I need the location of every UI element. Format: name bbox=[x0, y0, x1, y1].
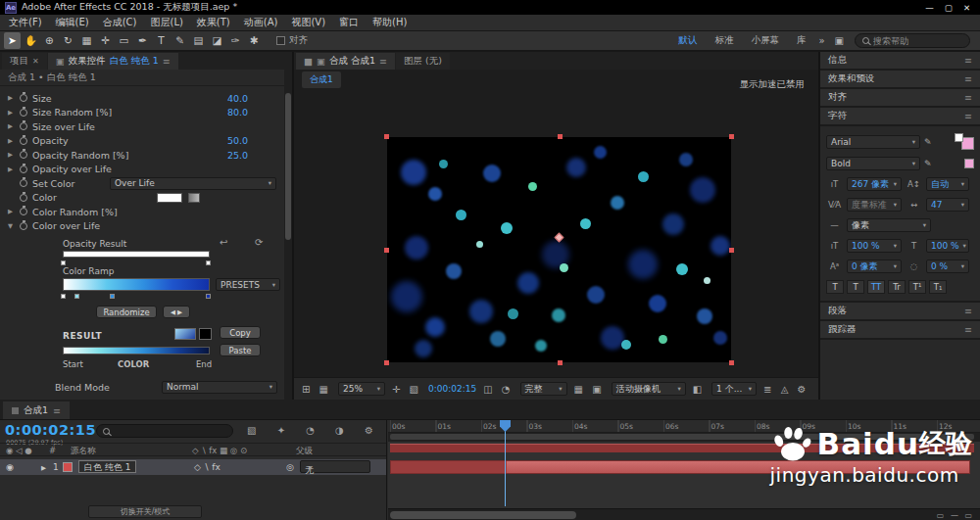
panel-menu-icon[interactable]: ≡ bbox=[964, 73, 972, 84]
stopwatch-icon[interactable] bbox=[20, 165, 27, 173]
scrollbar-thumb[interactable] bbox=[390, 511, 576, 519]
opacity-stop[interactable] bbox=[206, 260, 211, 265]
tab-project[interactable]: 项目 ✕ bbox=[2, 53, 47, 70]
randomize-button[interactable]: Randomize bbox=[96, 306, 157, 318]
camera-tool[interactable]: ▦ bbox=[78, 32, 95, 49]
transform-handle[interactable] bbox=[729, 360, 734, 365]
transform-handle[interactable] bbox=[384, 248, 389, 253]
panel-menu-icon[interactable]: ≡ bbox=[964, 92, 972, 103]
shape-tool[interactable]: ▭ bbox=[116, 32, 132, 49]
column-parent[interactable]: 父级 bbox=[296, 446, 313, 457]
timeline-option-icons[interactable]: ▧ ✦ ◔ ◑ ⚙ bbox=[247, 425, 382, 436]
property-value[interactable]: 25.0 bbox=[227, 150, 248, 161]
workspace-tab[interactable]: 小屏幕 bbox=[743, 32, 787, 49]
viewer-toolbar-icons-a[interactable]: ⊞ ▦ bbox=[302, 384, 331, 395]
rotation-tool[interactable]: ↻ bbox=[60, 32, 76, 49]
pen-tool[interactable]: ✒ bbox=[134, 32, 151, 49]
set-color-select[interactable]: Over Life▾ bbox=[110, 177, 276, 190]
fill-color-swatch[interactable] bbox=[955, 133, 963, 142]
panel-effects-presets[interactable]: 效果和预设≡ bbox=[820, 71, 980, 89]
expand-icon[interactable]: ▶ bbox=[8, 165, 18, 173]
timeline-zoom-control[interactable]: ▭ — ▭ bbox=[937, 511, 974, 520]
type-tool[interactable]: T bbox=[153, 32, 170, 49]
color-swatch[interactable] bbox=[157, 193, 182, 203]
workspace-tab[interactable]: 库 bbox=[789, 32, 814, 49]
highlight-swatch[interactable] bbox=[964, 159, 974, 168]
text-style-button[interactable]: T bbox=[826, 280, 844, 294]
close-icon[interactable]: ✕ bbox=[32, 57, 39, 66]
brush-tool[interactable]: ✎ bbox=[172, 32, 188, 49]
transform-handle[interactable] bbox=[729, 134, 734, 139]
color-stop[interactable] bbox=[74, 294, 79, 299]
panel-menu-icon[interactable]: ≡ bbox=[964, 111, 972, 121]
roto-brush-tool[interactable]: ✑ bbox=[227, 32, 244, 49]
stopwatch-icon[interactable] bbox=[20, 122, 27, 130]
expand-icon[interactable]: ▶ bbox=[8, 151, 18, 159]
parent-select[interactable]: 无▾ bbox=[300, 460, 370, 473]
menu-item[interactable]: 效果(T) bbox=[190, 15, 237, 30]
camera-select[interactable]: 活动摄像机▾ bbox=[612, 382, 686, 396]
workspace-tab[interactable]: 默认 bbox=[670, 32, 705, 49]
transform-handle[interactable] bbox=[558, 134, 563, 139]
transform-handle[interactable] bbox=[384, 134, 389, 139]
selection-tool[interactable]: ➤ bbox=[4, 32, 21, 49]
help-search[interactable] bbox=[855, 33, 970, 48]
toggle-switches-modes-button[interactable]: 切换开关/模式 bbox=[88, 505, 202, 518]
property-value[interactable]: 50.0 bbox=[227, 135, 248, 146]
opacity-stop[interactable] bbox=[61, 260, 66, 265]
stopwatch-icon[interactable] bbox=[20, 208, 27, 215]
presets-select[interactable]: PRESETS▾ bbox=[216, 278, 280, 291]
font-style-select[interactable]: Bold▾ bbox=[826, 157, 920, 170]
menu-item[interactable]: 合成(C) bbox=[96, 15, 144, 30]
transform-handle[interactable] bbox=[558, 360, 563, 365]
color-stop[interactable] bbox=[110, 294, 115, 299]
expand-icon[interactable]: ▶ bbox=[41, 464, 46, 472]
kerning-select[interactable]: 度量标准▾ bbox=[847, 198, 902, 212]
tab-effect-controls[interactable]: ▣ 效果控件 白色 纯色 1 ≡ bbox=[48, 53, 178, 70]
viewer-toolbar-icons-b[interactable]: ✛ ▧ bbox=[392, 384, 421, 395]
text-style-button[interactable]: Tr bbox=[888, 280, 906, 294]
menu-item[interactable]: 视图(V) bbox=[284, 15, 332, 30]
composition-canvas[interactable] bbox=[387, 137, 731, 362]
stopwatch-icon[interactable] bbox=[20, 137, 27, 145]
hand-tool[interactable]: ✋ bbox=[23, 32, 39, 49]
stopwatch-icon[interactable] bbox=[20, 109, 27, 117]
collapse-icon[interactable]: ▼ bbox=[8, 222, 18, 230]
viewer-toolbar-icons-c[interactable]: ◫ ◔ bbox=[483, 384, 513, 395]
snap-checkbox[interactable] bbox=[276, 36, 285, 45]
eyedropper-icon[interactable]: ✎ bbox=[924, 159, 932, 168]
property-value[interactable]: 40.0 bbox=[227, 93, 248, 104]
tab-timeline-comp[interactable]: 合成1 ≡ bbox=[3, 402, 70, 419]
stopwatch-icon[interactable] bbox=[20, 151, 27, 159]
paste-button[interactable]: Paste bbox=[220, 344, 261, 356]
composition-frame[interactable] bbox=[387, 137, 731, 362]
color-ramp-bar[interactable] bbox=[63, 278, 210, 291]
redo-icon[interactable]: ⟳ bbox=[255, 237, 263, 248]
minimize-button[interactable]: — bbox=[925, 3, 934, 13]
pan-behind-tool[interactable]: ✛ bbox=[97, 32, 114, 49]
tsume-select[interactable]: 0 %▾ bbox=[926, 260, 969, 273]
tab-composition[interactable]: ■ ▣ 合成 合成1 ≡ bbox=[296, 53, 395, 70]
layer-name[interactable]: 白色 纯色 1 bbox=[78, 460, 136, 473]
zoom-tool[interactable]: ⊕ bbox=[41, 32, 58, 49]
expand-icon[interactable]: ▶ bbox=[8, 208, 18, 215]
panel-menu-icon[interactable]: ≡ bbox=[964, 55, 972, 66]
eyedropper-swatch[interactable] bbox=[188, 193, 200, 203]
vertical-scrollbar[interactable] bbox=[284, 70, 292, 400]
panel-menu-icon[interactable]: ≡ bbox=[964, 306, 972, 316]
parent-pickwhip-icon[interactable]: ◎ bbox=[286, 462, 294, 472]
layer-switch-icons[interactable]: ◇ ∖ fx bbox=[194, 462, 220, 472]
workspace-tab[interactable]: 标准 bbox=[707, 32, 741, 49]
panel-menu-icon[interactable]: ≡ bbox=[163, 56, 171, 67]
layer-color-chip[interactable] bbox=[63, 462, 73, 472]
workspace-overflow-button[interactable]: » bbox=[813, 35, 829, 46]
copy-button[interactable]: Copy bbox=[220, 326, 261, 339]
panel-character[interactable]: 字符≡ bbox=[820, 108, 980, 126]
column-source-name[interactable]: 源名称 bbox=[71, 446, 96, 457]
menu-item[interactable]: 文件(F) bbox=[2, 15, 49, 30]
help-search-input[interactable] bbox=[873, 36, 952, 46]
timeline-search[interactable] bbox=[96, 424, 233, 438]
panel-paragraph[interactable]: 段落≡ bbox=[820, 303, 980, 321]
eye-icon[interactable]: ◉ bbox=[6, 462, 14, 472]
font-family-select[interactable]: Arial▾ bbox=[826, 135, 920, 149]
